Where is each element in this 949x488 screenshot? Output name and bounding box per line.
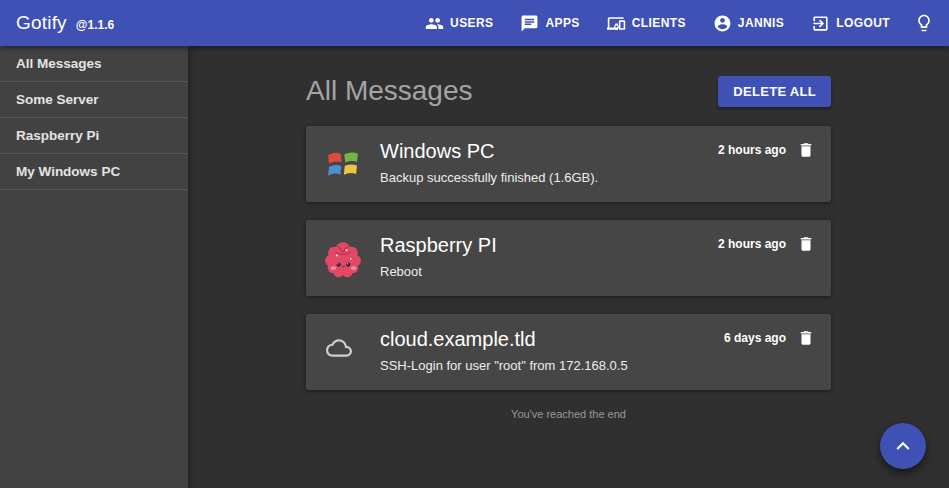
- app-version: @1.1.6: [76, 18, 114, 32]
- devices-icon: [607, 14, 626, 33]
- main-content: All Messages DELETE ALL Win: [188, 46, 949, 488]
- message-card-cloud: cloud.example.tld SSH-Login for user "ro…: [306, 314, 831, 390]
- sidebar-item-some-server[interactable]: Some Server: [0, 82, 188, 118]
- message-meta: 2 hours ago: [718, 137, 815, 191]
- sidebar: All Messages Some Server Raspberry Pi My…: [0, 46, 188, 488]
- raspberry-logo-icon: [322, 237, 364, 279]
- chevron-up-icon: [890, 433, 916, 459]
- nav-account-label: JANNIS: [738, 16, 784, 30]
- sidebar-item-label: Some Server: [16, 92, 99, 107]
- message-text-block: cloud.example.tld SSH-Login for user "ro…: [380, 325, 724, 379]
- message-title: Windows PC: [380, 140, 718, 163]
- sidebar-item-label: My Windows PC: [16, 164, 120, 179]
- sidebar-item-my-windows-pc[interactable]: My Windows PC: [0, 154, 188, 190]
- nav-users-label: USERS: [450, 16, 493, 30]
- nav-user-account[interactable]: JANNIS: [713, 14, 784, 33]
- account-circle-icon: [713, 14, 732, 33]
- cloud-icon: [322, 331, 364, 373]
- delete-message-button[interactable]: [797, 329, 815, 347]
- message-meta: 2 hours ago: [718, 231, 815, 285]
- nav-users[interactable]: USERS: [425, 14, 493, 33]
- message-card-windows-pc: Windows PC Backup successfully finished …: [306, 126, 831, 202]
- nav-apps-label: APPS: [545, 16, 579, 30]
- exit-icon: [811, 14, 830, 33]
- message-meta: 6 days ago: [724, 325, 815, 379]
- sidebar-item-label: Raspberry Pi: [16, 128, 99, 143]
- message-body: Backup successfully finished (1.6GB).: [380, 170, 718, 185]
- page-title: All Messages: [306, 75, 473, 107]
- lightbulb-icon: [914, 13, 934, 33]
- trash-icon: [797, 329, 815, 347]
- title-row: All Messages DELETE ALL: [306, 71, 831, 111]
- message-timestamp: 2 hours ago: [718, 235, 786, 253]
- end-of-list-text: You've reached the end: [306, 408, 831, 420]
- message-body: SSH-Login for user "root" from 172.168.0…: [380, 358, 724, 373]
- header-nav: USERS APPS CLIENTS JANNIS LOGOUT: [425, 14, 890, 33]
- message-timestamp: 6 days ago: [724, 329, 786, 347]
- theme-toggle-button[interactable]: [914, 13, 934, 33]
- message-text-block: Windows PC Backup successfully finished …: [380, 137, 718, 191]
- sidebar-item-raspberry-pi[interactable]: Raspberry Pi: [0, 118, 188, 154]
- people-icon: [425, 14, 444, 33]
- nav-clients[interactable]: CLIENTS: [607, 14, 686, 33]
- scroll-to-top-button[interactable]: [880, 423, 926, 469]
- message-list: Windows PC Backup successfully finished …: [306, 126, 831, 390]
- message-title: cloud.example.tld: [380, 328, 724, 351]
- message-body: Reboot: [380, 264, 718, 279]
- messages-container: All Messages DELETE ALL Win: [306, 71, 831, 420]
- delete-message-button[interactable]: [797, 235, 815, 253]
- nav-clients-label: CLIENTS: [632, 16, 686, 30]
- delete-message-button[interactable]: [797, 141, 815, 159]
- message-card-raspberry-pi: Raspberry PI Reboot 2 hours ago: [306, 220, 831, 296]
- trash-icon: [797, 235, 815, 253]
- app-header: Gotify @1.1.6 USERS APPS CLIENTS JANNIS …: [0, 0, 949, 46]
- nav-apps[interactable]: APPS: [520, 14, 579, 33]
- nav-logout-label: LOGOUT: [836, 16, 890, 30]
- chat-icon: [520, 14, 539, 33]
- message-title: Raspberry PI: [380, 234, 718, 257]
- app-title: Gotify: [16, 12, 67, 34]
- page-body: All Messages Some Server Raspberry Pi My…: [0, 46, 949, 488]
- message-timestamp: 2 hours ago: [718, 141, 786, 159]
- delete-all-button[interactable]: DELETE ALL: [718, 76, 831, 107]
- sidebar-item-all-messages[interactable]: All Messages: [0, 46, 188, 82]
- trash-icon: [797, 141, 815, 159]
- windows-logo-icon: [322, 143, 364, 185]
- message-text-block: Raspberry PI Reboot: [380, 231, 718, 285]
- nav-logout[interactable]: LOGOUT: [811, 14, 890, 33]
- sidebar-item-label: All Messages: [16, 56, 102, 71]
